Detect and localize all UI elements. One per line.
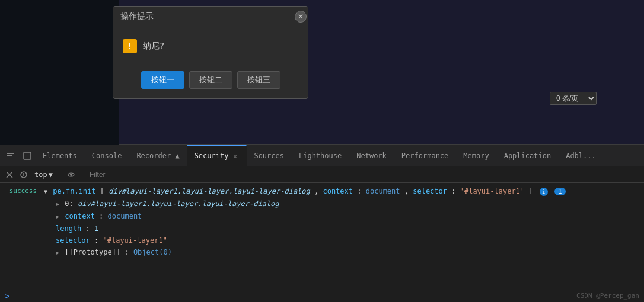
svg-rect-1 (7, 155, 12, 156)
toolbar-divider2 (82, 170, 82, 179)
console-log-line-1: success ▼ pe.fn.init [ div#layui-layer1.… (0, 185, 644, 198)
dialog-body-text: 纳尼? (143, 41, 164, 52)
console-log-content-1: ▼ pe.fn.init [ div#layui-layer1.layui-la… (42, 186, 644, 197)
console-log-line-4: length : 1 (0, 223, 644, 234)
dialog-close-button[interactable]: ✕ (295, 11, 307, 23)
dialog-title: 操作提示 (120, 11, 154, 22)
devtools-nav-dock[interactable] (19, 147, 36, 164)
tab-performance[interactable]: Performance (394, 145, 456, 166)
console-log-content-4: length : 1 (53, 223, 644, 234)
eye-button[interactable] (65, 169, 77, 181)
console-log-line-3: ▶ context : document (0, 210, 644, 223)
dialog-body: ! 纳尼? (113, 27, 308, 65)
expand-triangle-4[interactable]: ▶ (56, 248, 59, 258)
devtools-panel: Elements Console Recorder ▲ Security ✕ S… (0, 145, 644, 302)
tab-lighthouse[interactable]: Lighthouse (292, 145, 349, 166)
info-icon: i (540, 188, 548, 196)
toolbar-divider (60, 170, 60, 179)
expand-triangle[interactable]: ▼ (44, 187, 47, 197)
console-log-content-3: ▶ context : document (53, 211, 644, 222)
console-input[interactable] (13, 292, 639, 300)
dialog-footer: 按钮一 按钮二 按钮三 (113, 65, 308, 98)
svg-point-6 (23, 175, 24, 176)
dialog-btn3[interactable]: 按钮三 (237, 71, 280, 89)
filter-input[interactable] (87, 171, 640, 179)
expand-triangle-3[interactable]: ▶ (56, 211, 59, 222)
tab-network[interactable]: Network (349, 145, 394, 166)
console-input-line: > (0, 290, 644, 302)
clear-console-button[interactable] (4, 169, 15, 181)
tab-console[interactable]: Console (85, 145, 130, 166)
devtools-nav-prev[interactable] (2, 147, 19, 164)
tab-security-close[interactable]: ✕ (231, 152, 239, 160)
page-size-select[interactable]: 0 条/页 10 条/页 20 条/页 (550, 92, 597, 105)
console-toolbar: top ▼ (0, 166, 644, 183)
console-log-line-2: ▶ 0: div#layui-layer1.layui-layer.layui-… (0, 198, 644, 210)
warning-icon: ! (123, 39, 137, 53)
filter-toggle-button[interactable] (18, 169, 30, 181)
svg-point-8 (70, 174, 72, 176)
dialog: 操作提示 ✕ ! 纳尼? 按钮一 按钮二 按钮三 (113, 6, 308, 99)
console-label: success (0, 186, 42, 197)
console-log-content-2: ▶ 0: div#layui-layer1.layui-layer.layui-… (53, 198, 644, 210)
tab-recorder[interactable]: Recorder ▲ (129, 145, 187, 166)
console-output: success ▼ pe.fn.init [ div#layui-layer1.… (0, 183, 644, 290)
dialog-title-bar: 操作提示 ✕ (113, 7, 308, 27)
count-badge: 1 (554, 188, 566, 195)
console-log-line-6: ▶ [[Prototype]] : Object(0) (0, 246, 644, 259)
console-log-content-5: selector : "#layui-layer1" (53, 235, 644, 246)
tab-memory[interactable]: Memory (456, 145, 496, 166)
tab-elements[interactable]: Elements (36, 145, 85, 166)
console-prompt: > (5, 291, 9, 301)
pagination-area: 0 条/页 10 条/页 20 条/页 (550, 92, 597, 105)
dialog-btn1[interactable]: 按钮一 (141, 71, 184, 89)
tab-security[interactable]: Security ✕ (187, 145, 247, 166)
console-log-line-5: selector : "#layui-layer1" (0, 234, 644, 246)
tab-application[interactable]: Application (497, 145, 559, 166)
svg-rect-3 (24, 156, 31, 156)
page-area: 操作提示 ✕ ! 纳尼? 按钮一 按钮二 按钮三 0 条/页 10 条/页 20… (0, 0, 644, 145)
expand-triangle-2[interactable]: ▶ (56, 199, 59, 210)
tab-bar: Elements Console Recorder ▲ Security ✕ S… (0, 145, 644, 166)
svg-rect-0 (7, 153, 14, 154)
dialog-btn2[interactable]: 按钮二 (189, 71, 232, 89)
context-selector[interactable]: top ▼ (32, 171, 55, 179)
watermark: CSDN @Percep_gan (576, 292, 639, 300)
tab-sources[interactable]: Sources (247, 145, 292, 166)
tab-adblock[interactable]: Adbl... (559, 145, 604, 166)
console-log-content-6: ▶ [[Prototype]] : Object(0) (53, 247, 644, 258)
